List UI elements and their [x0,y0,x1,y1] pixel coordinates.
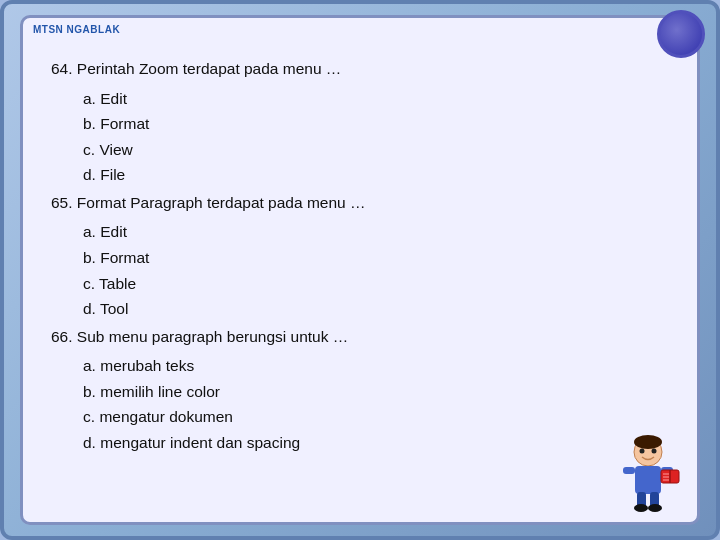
svg-point-9 [634,504,648,512]
option-66-a: a. merubah teks [83,353,669,379]
option-66-c-text: mengatur dokumen [99,408,233,425]
svg-rect-5 [623,467,635,474]
option-66-b-text: memilih line color [100,383,220,400]
option-64-a-label: a. [83,90,96,107]
option-64-c-label: c. [83,141,95,158]
option-65-d-label: d. [83,300,96,317]
svg-point-10 [648,504,662,512]
option-65-d: d. Tool [83,296,669,322]
question-66: 66. Sub menu paragraph berungsi untuk … [51,324,669,350]
circle-decoration [657,10,705,58]
character-svg [613,434,683,514]
question-64-text: 64. Perintah Zoom terdapat pada menu … [51,60,341,77]
question-64: 64. Perintah Zoom terdapat pada menu … [51,56,669,82]
option-64-b-label: b. [83,115,96,132]
option-65-d-text: Tool [100,300,128,317]
svg-rect-4 [635,466,661,494]
question-65: 65. Format Paragraph terdapat pada menu … [51,190,669,216]
option-64-a-text: Edit [100,90,127,107]
option-65-b-text: Format [100,249,149,266]
option-64-d-text: File [100,166,125,183]
option-64-a: a. Edit [83,86,669,112]
inner-card: MTSN NGABLAK 64. Perintah Zoom terdapat … [20,15,700,525]
svg-point-2 [640,449,645,454]
option-64-b-text: Format [100,115,149,132]
svg-point-3 [652,449,657,454]
option-66-c: c. mengatur dokumen [83,404,669,430]
question-66-text: 66. Sub menu paragraph berungsi untuk … [51,328,348,345]
option-66-b-label: b. [83,383,96,400]
option-64-d-label: d. [83,166,96,183]
option-66-d-label: d. [83,434,96,451]
option-66-c-label: c. [83,408,95,425]
option-66-a-label: a. [83,357,96,374]
character-illustration [613,434,683,514]
option-66-b: b. memilih line color [83,379,669,405]
option-66-d-text: mengatur indent dan spacing [100,434,300,451]
options-64: a. Edit b. Format c. View d. File [83,86,669,188]
option-65-c-text: Table [99,275,136,292]
option-66-d: d. mengatur indent dan spacing [83,430,669,456]
option-64-c: c. View [83,137,669,163]
options-66: a. merubah teks b. memilih line color c.… [83,353,669,455]
svg-point-1 [634,435,662,449]
question-65-text: 65. Format Paragraph terdapat pada menu … [51,194,366,211]
option-65-c-label: c. [83,275,95,292]
option-65-a-label: a. [83,223,96,240]
option-65-a: a. Edit [83,219,669,245]
watermark-logo: MTSN NGABLAK [33,24,120,35]
option-65-b: b. Format [83,245,669,271]
outer-container: MTSN NGABLAK 64. Perintah Zoom terdapat … [0,0,720,540]
option-64-c-text: View [99,141,132,158]
options-65: a. Edit b. Format c. Table d. Tool [83,219,669,321]
option-65-b-label: b. [83,249,96,266]
option-64-b: b. Format [83,111,669,137]
option-64-d: d. File [83,162,669,188]
option-66-a-text: merubah teks [100,357,194,374]
content-area: 64. Perintah Zoom terdapat pada menu … a… [51,56,669,455]
option-65-c: c. Table [83,271,669,297]
option-65-a-text: Edit [100,223,127,240]
